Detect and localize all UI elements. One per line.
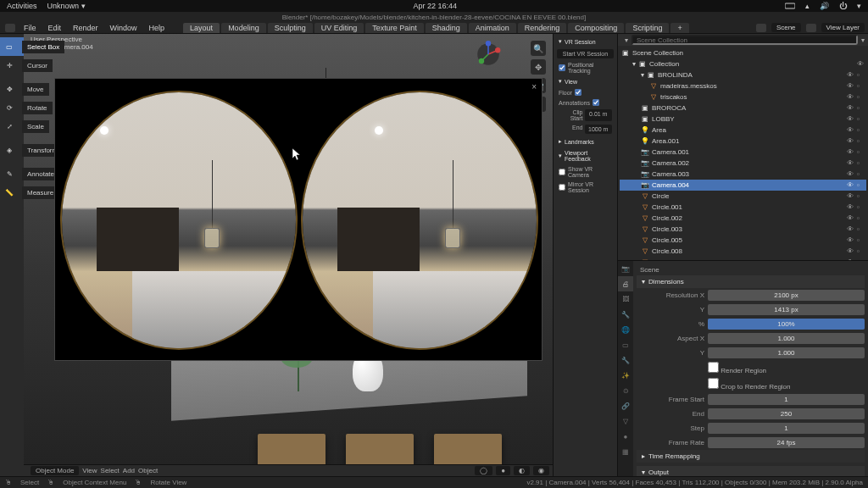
tab-layout[interactable]: Layout (183, 23, 220, 33)
menu-select[interactable]: Select (101, 467, 120, 474)
tool-annotate[interactable]: ✎Annotate (0, 164, 24, 183)
tab-sculpting[interactable]: Sculpting (268, 23, 313, 33)
tab-texture[interactable]: ▦ (618, 444, 633, 459)
tab-animation[interactable]: Animation (469, 23, 516, 33)
tree-row[interactable]: ▣ BROROCA👁▫ (620, 103, 866, 114)
feedback-head[interactable]: ▾ Viewport Feedback (555, 147, 615, 164)
output-head[interactable]: ▾ Output (637, 466, 865, 476)
menu-object[interactable]: Object (138, 467, 158, 474)
time-remap-head[interactable]: ▸ Time Remapping (637, 450, 865, 463)
clip-end-field[interactable]: 1000 m (585, 125, 613, 134)
tab-uv[interactable]: UV Editing (314, 23, 364, 33)
tab-world[interactable]: 🌐 (618, 322, 633, 337)
tool-measure[interactable]: 📏Measure (0, 183, 24, 202)
vr-section-head[interactable]: ▾ VR Session (555, 36, 615, 47)
mode-selector[interactable]: Object Mode (31, 466, 79, 475)
tab-compositing[interactable]: Compositing (568, 23, 624, 33)
menu-add[interactable]: Add (123, 467, 135, 474)
tool-rotate[interactable]: ⟳Rotate (0, 98, 24, 117)
tab-scripting[interactable]: Scripting (626, 23, 669, 33)
tree-row[interactable]: 📷 Camera.002👁▫ (620, 158, 866, 169)
tree-row[interactable]: ▽ Circle.001👁▫ (620, 202, 866, 213)
menu-file[interactable]: File (19, 23, 42, 33)
tree-row[interactable]: ▾ ▣ BROLINDA👁▫ (620, 69, 866, 80)
tab-viewlayer[interactable]: 🖼 (618, 291, 633, 307)
tree-row[interactable]: ▽ Circle.003👁▫ (620, 224, 866, 235)
frame-end-field[interactable]: 250 (708, 408, 865, 419)
tree-row[interactable]: ▽ triscakos👁▫ (620, 92, 866, 103)
tab-render[interactable]: 📷 (618, 261, 633, 276)
shading-matprev[interactable]: ◐ (514, 466, 530, 475)
tree-row[interactable]: ▽ madeiras.messkos👁▫ (620, 80, 866, 92)
viewlayer-icon[interactable] (806, 24, 816, 32)
tool-scale[interactable]: ⤢Scale (0, 117, 24, 136)
activities-button[interactable]: Activities (7, 2, 37, 10)
move-view-icon[interactable]: ✥ (531, 59, 546, 75)
nav-gizmo[interactable] (475, 41, 502, 68)
resolution-y-field[interactable]: 1413 px (708, 304, 865, 315)
tab-add[interactable]: + (670, 23, 688, 33)
zoom-icon[interactable]: 🔍 (531, 41, 546, 56)
tree-row[interactable]: 📷 Camera.004👁▫ (620, 180, 866, 191)
display-mode-dropdown[interactable]: ▾ (625, 36, 628, 44)
viewlayer-selector[interactable]: View Layer (821, 23, 865, 32)
tool-select-box[interactable]: ▭Select Box (0, 37, 24, 56)
system-tray[interactable]: ▴ 🔊 ⏻ ▾ (785, 2, 861, 10)
outliner-search[interactable] (632, 35, 858, 45)
tab-output[interactable]: 🖨 (618, 276, 633, 291)
filter-icon[interactable]: ▾ (861, 36, 865, 44)
tree-row[interactable]: ▽ Circle👁▫ (620, 191, 866, 202)
tab-shading[interactable]: Shading (426, 23, 467, 33)
tree-row[interactable]: 📷 Camera.003👁▫ (620, 169, 866, 180)
floor-checkbox[interactable]: Floor (559, 89, 612, 96)
menu-help[interactable]: Help (144, 23, 170, 33)
shading-wireframe[interactable]: ◯ (475, 466, 492, 475)
tree-row[interactable]: ▣ Scene Collection (620, 47, 866, 58)
tab-object[interactable]: ▭ (618, 337, 633, 352)
menu-edit[interactable]: Edit (43, 23, 67, 33)
positional-tracking-checkbox[interactable]: Positional Tracking (559, 62, 612, 74)
app-menu[interactable]: Unknown ▾ (47, 2, 86, 10)
blender-icon[interactable] (5, 24, 15, 32)
tool-move[interactable]: ✥Move (0, 80, 24, 98)
tool-cursor[interactable]: ✛Cursor (0, 56, 24, 75)
menu-render[interactable]: Render (68, 23, 103, 33)
vr-mirror-window[interactable]: × (54, 78, 542, 361)
tab-particles[interactable]: ✨ (618, 368, 633, 383)
tool-transform[interactable]: ◈Transform (0, 141, 24, 159)
close-icon[interactable]: × (531, 82, 537, 92)
resolution-x-field[interactable]: 2100 px (708, 290, 865, 301)
view-section-head[interactable]: ▾ View (555, 75, 615, 87)
landmarks-head[interactable]: ▸ Landmarks (555, 136, 615, 147)
tab-material[interactable]: ● (618, 429, 633, 444)
aspect-y-field[interactable]: 1.000 (708, 347, 865, 358)
mirror-vr-checkbox[interactable]: Mirror VR Session (559, 181, 612, 193)
annotations-checkbox[interactable]: Annotations (559, 99, 612, 106)
menu-view[interactable]: View (82, 467, 97, 474)
tab-constraints[interactable]: 🔗 (618, 398, 633, 413)
shading-solid[interactable]: ● (496, 466, 510, 475)
viewport-3d[interactable]: User Perspective (1) VR | Camera.004 🔍 ✥… (24, 34, 553, 476)
tree-row[interactable]: 💡 Area.001👁▫ (620, 136, 866, 147)
clip-start-field[interactable]: 0.01 m (585, 109, 613, 121)
render-region-checkbox[interactable]: Render Region (708, 362, 766, 374)
tree-row[interactable]: ▣ LOBBY👁▫ (620, 114, 866, 125)
crop-region-checkbox[interactable]: Crop to Render Region (708, 378, 791, 391)
frame-rate-field[interactable]: 24 fps (708, 437, 865, 448)
tab-modeling[interactable]: Modeling (221, 23, 266, 33)
tree-row[interactable]: 💡 Area👁▫ (620, 125, 866, 136)
tab-texpaint[interactable]: Texture Paint (365, 23, 424, 33)
dimensions-head[interactable]: ▾ Dimensions (637, 275, 865, 288)
tree-row[interactable]: ▽ Circle.002👁▫ (620, 213, 866, 224)
aspect-x-field[interactable]: 1.000 (708, 333, 865, 344)
tab-data[interactable]: ▽ (618, 413, 633, 429)
tab-scene[interactable]: 🔧 (618, 307, 633, 322)
tree-row[interactable]: ▽ Circle.008👁▫ (620, 246, 866, 257)
menu-window[interactable]: Window (105, 23, 142, 33)
tree-row[interactable]: 📷 Camera.001👁▫ (620, 147, 866, 158)
frame-step-field[interactable]: 1 (708, 423, 865, 434)
resolution-pct-slider[interactable]: 100% (708, 319, 865, 330)
tree-row[interactable]: ▾ ▣ Collection👁 (620, 58, 866, 69)
shading-rendered[interactable]: ◉ (533, 466, 549, 475)
outliner[interactable]: ▾ ▾ ▣ Scene Collection▾ ▣ Collection👁▾ ▣… (618, 34, 868, 261)
